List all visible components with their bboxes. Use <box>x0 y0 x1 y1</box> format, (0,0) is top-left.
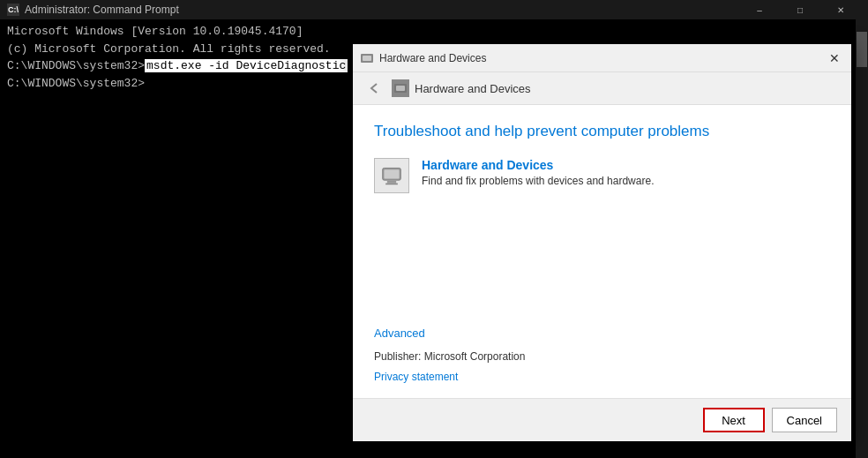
terminal-title: Administrator: Command Prompt <box>25 4 739 16</box>
hardware-devices-dialog: Hardware and Devices ✕ Hardware and Devi… <box>353 44 851 441</box>
nav-title-text: Hardware and Devices <box>415 82 531 95</box>
hw-item-title: Hardware and Devices <box>422 158 654 172</box>
back-button[interactable] <box>363 78 385 99</box>
dialog-body: Troubleshoot and help prevent computer p… <box>353 105 851 318</box>
scrollbar-thumb <box>857 32 867 67</box>
next-button[interactable]: Next <box>703 408 765 432</box>
svg-rect-6 <box>387 181 396 184</box>
back-icon <box>370 82 378 94</box>
troubleshoot-heading: Troubleshoot and help prevent computer p… <box>374 123 830 140</box>
dialog-hw-icon <box>360 51 374 65</box>
terminal-titlebar: C:\ Administrator: Command Prompt – □ ✕ <box>0 0 868 19</box>
cancel-button[interactable]: Cancel <box>772 408 837 432</box>
terminal-prompt-1: C:\WINDOWS\system32> <box>7 59 145 72</box>
svg-rect-7 <box>385 184 398 185</box>
dialog-footer: Advanced Publisher: Microsoft Corporatio… <box>353 318 851 398</box>
terminal-controls: – □ ✕ <box>739 0 861 19</box>
terminal-command: msdt.exe -id DeviceDiagnostic <box>145 59 348 72</box>
advanced-link[interactable]: Advanced <box>374 327 830 340</box>
svg-rect-1 <box>363 56 371 61</box>
hw-item-desc: Find and fix problems with devices and h… <box>422 175 654 187</box>
dialog-title-text: Hardware and Devices <box>379 52 486 64</box>
privacy-link[interactable]: Privacy statement <box>374 371 458 383</box>
svg-rect-3 <box>396 86 405 91</box>
nav-hw-svg <box>393 81 408 95</box>
hw-item-icon <box>374 158 409 193</box>
svg-rect-5 <box>384 169 399 178</box>
nav-hw-icon <box>392 79 409 97</box>
dialog-nav: Hardware and Devices <box>353 72 851 105</box>
terminal-line-1: Microsoft Windows [Version 10.0.19045.41… <box>7 23 861 41</box>
dialog-title-left: Hardware and Devices <box>360 51 486 65</box>
terminal-icon: C:\ <box>7 4 19 16</box>
publisher-label: Publisher: <box>374 350 421 363</box>
hw-item: Hardware and Devices Find and fix proble… <box>374 158 830 193</box>
close-button[interactable]: ✕ <box>820 0 861 19</box>
hw-item-svg <box>381 165 402 186</box>
terminal-scrollbar[interactable] <box>856 19 868 458</box>
dialog-close-button[interactable]: ✕ <box>825 49 844 68</box>
dialog-titlebar: Hardware and Devices ✕ <box>353 44 851 72</box>
hw-item-text: Hardware and Devices Find and fix proble… <box>422 158 654 187</box>
publisher-line: Publisher: Microsoft Corporation <box>374 350 830 363</box>
nav-title: Hardware and Devices <box>392 79 531 97</box>
minimize-button[interactable]: – <box>739 0 780 19</box>
publisher-value: Microsoft Corporation <box>424 350 526 363</box>
maximize-button[interactable]: □ <box>780 0 820 19</box>
dialog-action-bar: Next Cancel <box>353 398 851 441</box>
